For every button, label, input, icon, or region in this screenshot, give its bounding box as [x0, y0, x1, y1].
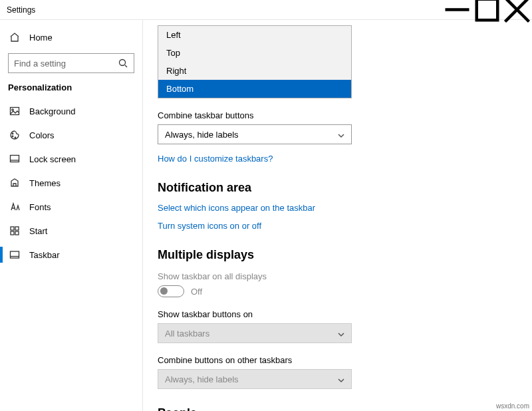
chevron-down-icon — [338, 131, 344, 138]
show-all-displays-toggle[interactable] — [158, 285, 184, 297]
sidebar-section: Personalization — [0, 82, 142, 99]
multiple-displays-heading: Multiple displays — [158, 248, 517, 262]
svg-rect-1 — [477, 0, 498, 20]
window-title: Settings — [0, 5, 442, 15]
combine-taskbar-combo[interactable]: Always, hide labels — [158, 124, 352, 144]
search-input[interactable]: Find a setting — [8, 53, 134, 73]
combo-value: Always, hide labels — [165, 374, 239, 384]
svg-rect-17 — [11, 251, 19, 258]
main-area: Home Find a setting Personalization Back… — [0, 20, 532, 411]
dropdown-option-bottom[interactable]: Bottom — [158, 80, 351, 98]
svg-line-5 — [125, 65, 127, 67]
dropdown-option-top[interactable]: Top — [158, 44, 351, 62]
sidebar-item-themes[interactable]: Themes — [0, 171, 142, 195]
dropdown-option-left[interactable]: Left — [158, 26, 351, 44]
maximize-button[interactable] — [472, 0, 502, 20]
chevron-down-icon — [338, 376, 344, 382]
svg-point-8 — [12, 133, 13, 134]
svg-point-4 — [120, 60, 126, 66]
combine-label: Combine taskbar buttons — [158, 110, 517, 120]
lock-screen-icon — [9, 154, 20, 164]
show-all-displays-label: Show taskbar on all displays — [158, 271, 517, 281]
sidebar-item-start[interactable]: Start — [0, 219, 142, 243]
image-icon — [9, 106, 20, 116]
svg-rect-16 — [15, 231, 19, 235]
home-button[interactable]: Home — [0, 28, 142, 47]
window-controls — [442, 0, 532, 20]
svg-rect-14 — [15, 227, 19, 230]
show-buttons-combo: All taskbars — [158, 323, 352, 343]
nav-label: Lock screen — [29, 154, 76, 164]
combine-other-label: Combine buttons on other taskbars — [158, 355, 517, 365]
nav-label: Themes — [29, 178, 61, 188]
nav-label: Taskbar — [29, 250, 60, 260]
select-icons-link[interactable]: Select which icons appear on the taskbar — [158, 203, 517, 213]
search-placeholder: Find a setting — [14, 59, 66, 68]
fonts-icon — [9, 202, 20, 212]
svg-point-10 — [15, 137, 16, 138]
combo-value: All taskbars — [165, 329, 209, 339]
svg-rect-11 — [11, 156, 19, 162]
notification-area-heading: Notification area — [158, 181, 517, 195]
people-heading: People — [158, 406, 517, 411]
watermark: wsxdn.com — [496, 402, 529, 410]
show-buttons-label: Show taskbar buttons on — [158, 309, 517, 319]
svg-rect-15 — [11, 231, 14, 235]
dropdown-option-right[interactable]: Right — [158, 62, 351, 80]
sidebar-item-background[interactable]: Background — [0, 99, 142, 123]
search-icon — [118, 58, 128, 68]
close-button[interactable] — [502, 0, 532, 20]
taskbar-position-dropdown[interactable]: Left Top Right Bottom — [158, 25, 352, 98]
sidebar-item-fonts[interactable]: Fonts — [0, 195, 142, 219]
sidebar-item-lockscreen[interactable]: Lock screen — [0, 147, 142, 171]
titlebar: Settings — [0, 0, 532, 20]
content-panel: Left Top Right Bottom Combine taskbar bu… — [143, 20, 532, 411]
combine-other-combo: Always, hide labels — [158, 369, 352, 389]
home-icon — [9, 32, 20, 43]
customize-taskbars-link[interactable]: How do I customize taskbars? — [158, 154, 517, 164]
nav-label: Colors — [29, 130, 55, 140]
taskbar-icon — [9, 249, 20, 260]
sidebar-item-taskbar[interactable]: Taskbar — [0, 243, 142, 267]
system-icons-link[interactable]: Turn system icons on or off — [158, 221, 517, 231]
chevron-down-icon — [338, 330, 344, 337]
sidebar: Home Find a setting Personalization Back… — [0, 20, 143, 411]
toggle-state: Off — [191, 287, 202, 297]
combo-value: Always, hide labels — [165, 130, 239, 140]
palette-icon — [9, 130, 20, 140]
nav-label: Start — [29, 226, 47, 236]
nav-label: Fonts — [29, 202, 51, 212]
nav-label: Background — [29, 106, 75, 116]
minimize-button[interactable] — [442, 0, 472, 20]
home-label: Home — [29, 33, 53, 43]
svg-point-7 — [12, 109, 13, 110]
svg-point-9 — [12, 136, 13, 137]
svg-rect-13 — [11, 227, 14, 230]
start-icon — [9, 225, 20, 236]
themes-icon — [9, 178, 20, 188]
sidebar-item-colors[interactable]: Colors — [0, 123, 142, 147]
